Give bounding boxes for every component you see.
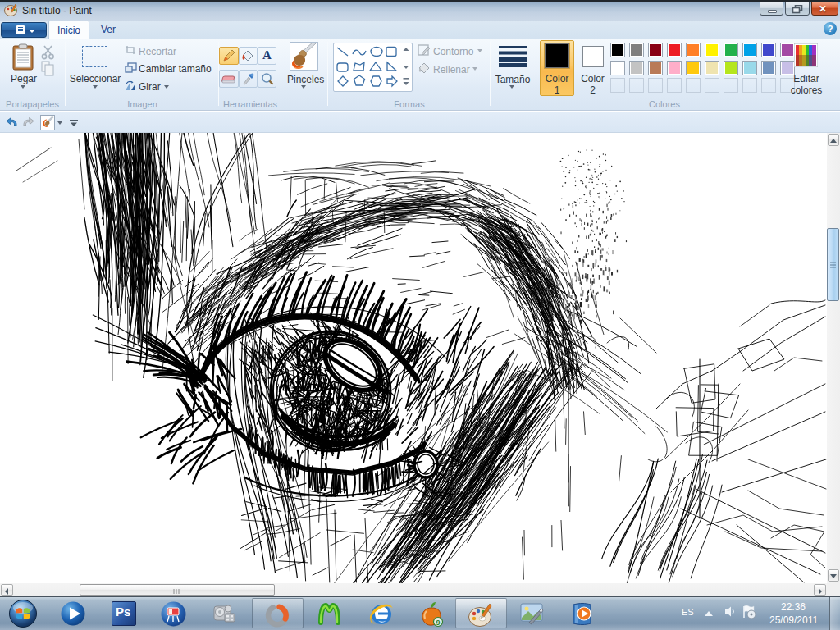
svg-text:9: 9 (436, 619, 441, 627)
